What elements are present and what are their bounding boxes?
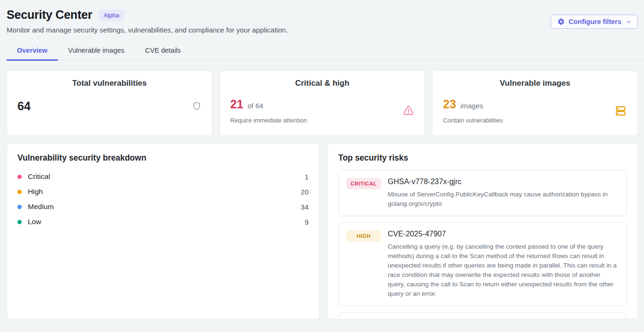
breakdown-value: 34: [301, 203, 309, 211]
alpha-badge: Alpha: [98, 9, 124, 21]
tab-vulnerable-images[interactable]: Vulnerable images: [58, 42, 135, 61]
configure-filters-button[interactable]: Configure filters: [551, 15, 638, 29]
critical-high-value: 21: [230, 97, 244, 111]
severity-badge: HIGH: [346, 230, 381, 242]
top-security-risks-panel: Top security risks CRITICAL GHSA-v778-23…: [327, 143, 638, 319]
overview-content: Total vulnerabilities 64 Critical & high: [0, 61, 644, 319]
gear-icon: [557, 18, 565, 25]
breakdown-row-medium: Medium 34: [17, 199, 309, 214]
panels-row: Vulnerability security breakdown Critica…: [7, 143, 638, 319]
critical-dot: [17, 175, 22, 179]
breakdown-label: Medium: [28, 202, 54, 211]
summary-cards-row: Total vulnerabilities 64 Critical & high: [7, 70, 638, 136]
medium-dot: [17, 205, 22, 209]
total-vulnerabilities-value: 64: [17, 99, 31, 113]
risk-description: Misuse of ServerConfig.PublicKeyCallback…: [388, 190, 619, 209]
card-title: Total vulnerabilities: [17, 79, 202, 88]
breakdown-row-high: High 20: [17, 184, 309, 199]
breakdown-value: 9: [305, 218, 309, 226]
total-vulnerabilities-card: Total vulnerabilities 64: [7, 70, 212, 136]
breakdown-title: Vulnerability security breakdown: [17, 153, 309, 163]
card-title: Critical & high: [230, 79, 415, 88]
chevron-down-icon: [626, 19, 631, 24]
vulnerability-breakdown-panel: Vulnerability security breakdown Critica…: [7, 143, 319, 319]
risk-id: GHSA-v778-237x-gjrc: [388, 178, 619, 186]
critical-high-suffix: of 64: [247, 102, 263, 110]
tab-bar: Overview Vulnerable images CVE details: [0, 42, 644, 61]
breakdown-row-low: Low 9: [17, 214, 309, 229]
security-center-page: Security Center Alpha Configure filters …: [0, 0, 644, 319]
shield-icon: [192, 101, 202, 112]
risk-card-cve-2025-9086[interactable]: HIGH CVE-2025-9086: [338, 312, 627, 319]
breakdown-label: High: [28, 187, 43, 196]
breakdown-label: Low: [28, 218, 41, 226]
vulnerable-images-value: 23: [443, 97, 456, 111]
top-risks-title: Top security risks: [338, 153, 627, 163]
low-dot: [17, 220, 22, 224]
card-title: Vulnerable images: [443, 79, 627, 88]
vulnerable-images-card: Vulnerable images 23 images Contain vuln…: [432, 70, 638, 136]
critical-high-subtitle: Require immediate attention: [230, 117, 307, 124]
configure-filters-label: Configure filters: [569, 18, 621, 25]
page-title: Security Center: [7, 8, 92, 22]
vulnerable-images-suffix: images: [460, 102, 483, 110]
vulnerable-images-subtitle: Contain vulnerabilities: [443, 117, 503, 124]
severity-badge: CRITICAL: [346, 178, 381, 189]
risk-description: Cancelling a query (e.g. by cancelling t…: [388, 242, 619, 299]
breakdown-label: Critical: [28, 172, 50, 181]
stacked-images-icon: [614, 105, 627, 117]
risk-card-cve-2025-47907[interactable]: HIGH CVE-2025-47907 Cancelling a query (…: [338, 222, 627, 306]
risk-card-ghsa-v778-237x-gjrc[interactable]: CRITICAL GHSA-v778-237x-gjrc Misuse of S…: [338, 170, 627, 216]
warning-triangle-icon: [403, 105, 414, 116]
breakdown-row-critical: Critical 1: [17, 169, 309, 184]
breakdown-value: 20: [301, 188, 309, 196]
breakdown-value: 1: [305, 173, 309, 181]
tab-cve-details[interactable]: CVE details: [135, 42, 191, 61]
breakdown-list: Critical 1 High 20 Medium 34: [17, 169, 309, 229]
page-subtitle: Monitor and manage security settings, vu…: [7, 26, 637, 34]
page-header: Security Center Alpha Configure filters …: [0, 0, 644, 34]
risk-list: CRITICAL GHSA-v778-237x-gjrc Misuse of S…: [338, 170, 627, 319]
critical-high-card: Critical & high 21 of 64 Require immedia…: [220, 70, 425, 136]
risk-id: CVE-2025-47907: [388, 230, 619, 238]
tab-overview[interactable]: Overview: [7, 42, 58, 61]
high-dot: [17, 190, 22, 194]
